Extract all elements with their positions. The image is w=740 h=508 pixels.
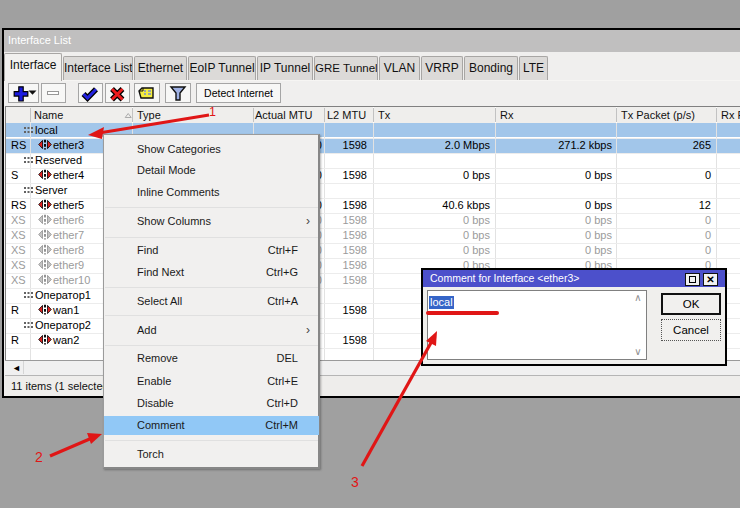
svg-text:3: 3	[351, 474, 359, 490]
svg-text:2: 2	[35, 449, 43, 465]
